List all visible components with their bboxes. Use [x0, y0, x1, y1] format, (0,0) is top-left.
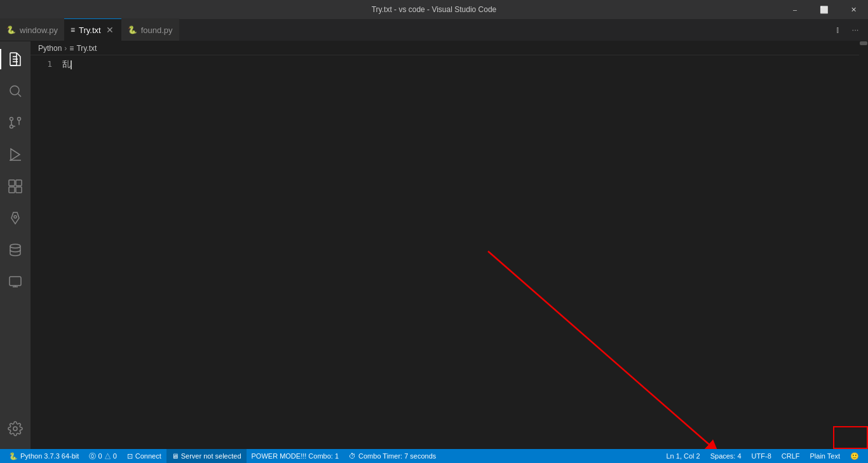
run-activity-icon[interactable]: [0, 139, 31, 170]
svg-rect-15: [16, 187, 22, 193]
scrollbar-thumb[interactable]: [860, 41, 867, 45]
status-encoding[interactable]: UTF-8: [747, 449, 776, 463]
tab-icon-try-txt: ≡: [71, 25, 75, 34]
tab-icon-window-py: 🐍: [6, 25, 16, 34]
breadcrumb-separator-1: ›: [64, 44, 67, 53]
svg-point-7: [18, 118, 21, 121]
window-controls: – ⬜ ✕: [780, 0, 868, 19]
combo-timer-text: Combo Timer: 7 seconds: [358, 452, 436, 460]
line-number-1: 1: [31, 58, 62, 70]
svg-point-21: [13, 427, 17, 431]
database-activity-icon[interactable]: [0, 235, 31, 265]
breadcrumb-python[interactable]: Python: [38, 44, 62, 53]
line-content-1: 乱: [62, 58, 72, 70]
settings-activity-icon[interactable]: [0, 413, 31, 444]
status-cursor-pos[interactable]: Ln 1, Col 2: [661, 449, 705, 463]
status-power-mode[interactable]: POWER MODE!!! Combo: 1: [247, 449, 344, 463]
status-server-not-selected[interactable]: 🖥 Server not selected: [166, 449, 247, 463]
window-title: Try.txt - vs code - Visual Studio Code: [372, 5, 497, 14]
activity-bar: [0, 41, 31, 449]
status-line-ending[interactable]: CRLF: [776, 449, 805, 463]
files-icon[interactable]: [0, 44, 31, 74]
tab-bar-actions: ⫿ ···: [825, 18, 868, 41]
main-layout: Python › ≡ Try.txt 1 乱: [0, 41, 868, 449]
encoding-text: UTF-8: [752, 452, 771, 460]
more-actions-button[interactable]: ···: [848, 22, 863, 38]
tab-found-py[interactable]: 🐍 found.py: [121, 18, 179, 41]
server-not-selected-text: Server not selected: [181, 452, 241, 460]
svg-line-23: [488, 251, 714, 448]
editor-area[interactable]: Python › ≡ Try.txt 1 乱: [31, 41, 868, 449]
tab-label-try-txt: Try.txt: [79, 25, 101, 35]
status-bar-right: Ln 1, Col 2 Spaces: 4 UTF-8 CRLF Plain T…: [661, 449, 864, 463]
svg-point-16: [14, 216, 17, 218]
tab-window-py[interactable]: 🐍 window.py: [0, 18, 64, 41]
svg-rect-14: [9, 187, 15, 193]
connect-icon: ⊡: [127, 452, 133, 460]
errors-text: ⓪ 0 △ 0: [89, 452, 116, 461]
breadcrumb-try-txt[interactable]: Try.txt: [76, 44, 97, 53]
tab-bar: 🐍 window.py ≡ Try.txt ✕ 🐍 found.py ⫿ ···: [0, 19, 868, 41]
remote-activity-icon[interactable]: [0, 266, 31, 297]
title-bar: Try.txt - vs code - Visual Studio Code –…: [0, 0, 868, 19]
status-bar: 🐍 Python 3.7.3 64-bit ⓪ 0 △ 0 ⊡ Connect …: [0, 449, 868, 463]
svg-rect-12: [9, 180, 15, 186]
line-1: 1 乱: [31, 58, 868, 70]
timer-icon: ⏱: [349, 452, 356, 460]
line-ending-text: CRLF: [782, 452, 800, 460]
cursor-pos-text: Ln 1, Col 2: [666, 452, 700, 460]
activity-bar-bottom: [0, 413, 31, 449]
language-text: Plain Text: [810, 452, 841, 460]
power-mode-text: POWER MODE!!! Combo: 1: [252, 452, 339, 460]
svg-point-17: [10, 244, 20, 248]
tab-label-found-py: found.py: [141, 25, 173, 35]
python-version-text: Python 3.7.3 64-bit: [20, 452, 79, 460]
svg-marker-10: [11, 149, 20, 160]
feedback-icon: 🙂: [850, 452, 859, 460]
svg-point-6: [10, 118, 13, 121]
connect-text: Connect: [135, 452, 161, 460]
breadcrumb-file-icon: ≡: [69, 44, 74, 53]
status-python-version[interactable]: 🐍 Python 3.7.3 64-bit: [4, 449, 84, 463]
tab-icon-found-py: 🐍: [128, 25, 137, 34]
status-errors[interactable]: ⓪ 0 △ 0: [84, 449, 121, 463]
minimize-button[interactable]: –: [780, 0, 810, 19]
close-button[interactable]: ✕: [839, 0, 868, 19]
svg-point-4: [10, 86, 19, 95]
status-feedback[interactable]: 🙂: [845, 449, 864, 463]
python-icon: 🐍: [9, 452, 18, 460]
tab-label-window-py: window.py: [20, 25, 58, 35]
test-activity-icon[interactable]: [0, 203, 31, 233]
server-icon: 🖥: [172, 452, 179, 460]
svg-rect-13: [16, 180, 22, 186]
tab-close-try-txt[interactable]: ✕: [105, 25, 115, 35]
status-language[interactable]: Plain Text: [805, 449, 846, 463]
annotation-arrow: [31, 41, 868, 449]
source-control-activity-icon[interactable]: [0, 107, 31, 138]
split-editor-button[interactable]: ⫿: [830, 22, 845, 38]
text-cursor: [71, 60, 72, 69]
maximize-button[interactable]: ⬜: [810, 0, 839, 19]
breadcrumb: Python › ≡ Try.txt: [31, 41, 868, 55]
spaces-text: Spaces: 4: [710, 452, 742, 460]
editor-content[interactable]: 1 乱: [31, 55, 868, 73]
status-spaces[interactable]: Spaces: 4: [705, 449, 747, 463]
status-connect[interactable]: ⊡ Connect: [122, 449, 166, 463]
svg-line-5: [18, 94, 22, 97]
extensions-activity-icon[interactable]: [0, 171, 31, 202]
status-combo-timer[interactable]: ⏱ Combo Timer: 7 seconds: [344, 449, 441, 463]
svg-rect-18: [10, 277, 21, 286]
search-activity-icon[interactable]: [0, 76, 31, 106]
scrollbar-track[interactable]: [859, 41, 868, 449]
tab-try-txt[interactable]: ≡ Try.txt ✕: [64, 18, 121, 41]
